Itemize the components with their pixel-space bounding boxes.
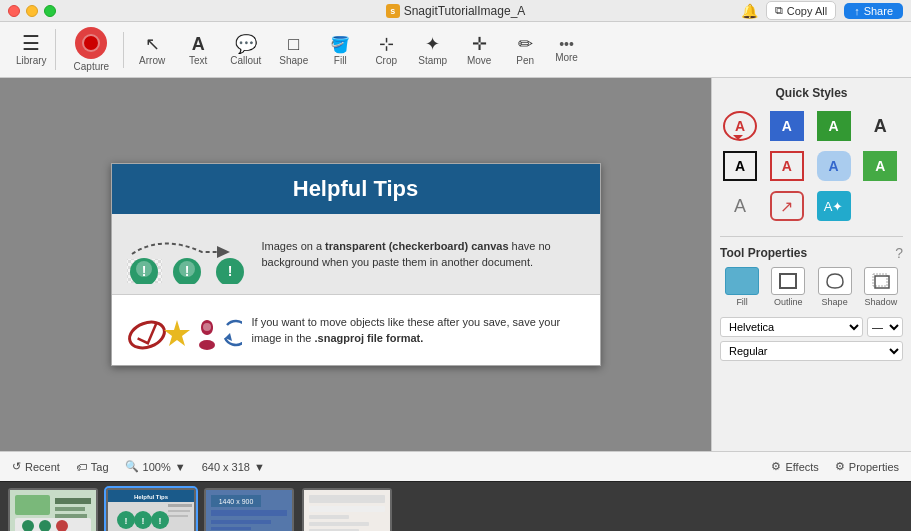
- canvas-area[interactable]: Helpful Tips: [0, 78, 711, 451]
- tips-top-section: ! ! !: [112, 214, 600, 294]
- svg-text:!: !: [125, 516, 128, 526]
- tab-fill[interactable]: Fill: [720, 265, 764, 309]
- quick-style-11[interactable]: A✦: [814, 188, 854, 224]
- window-title: s SnagitTutorialImage_A: [386, 4, 526, 18]
- svg-text:Helpful Tips: Helpful Tips: [134, 494, 169, 500]
- quick-style-9[interactable]: A: [720, 188, 760, 224]
- qs-red-border-icon: A: [770, 151, 804, 181]
- recent-button[interactable]: ↺ Recent: [12, 460, 60, 473]
- thumb1-content: [8, 488, 98, 531]
- help-icon[interactable]: ?: [895, 245, 903, 261]
- tips-icons-group: ! ! !: [122, 224, 252, 284]
- pen-tool-button[interactable]: Pen: [503, 29, 547, 70]
- font-row: Helvetica —: [712, 315, 911, 339]
- notification-icon[interactable]: 🔔: [741, 3, 758, 19]
- fill-svg: [732, 272, 752, 290]
- quick-style-3[interactable]: A: [814, 108, 854, 144]
- fill-tab-icon: [725, 267, 759, 295]
- copy-all-button[interactable]: ⧉ Copy All: [766, 1, 836, 20]
- canvas-content: Helpful Tips: [111, 163, 601, 366]
- font-style-select[interactable]: Regular: [720, 341, 903, 361]
- thumb4-svg: [304, 490, 390, 531]
- tab-shape[interactable]: Shape: [813, 265, 857, 309]
- callout-icon: [235, 33, 257, 53]
- arrow-tool-button[interactable]: Arrow: [130, 29, 174, 70]
- crop-tool-button[interactable]: Crop: [364, 29, 408, 70]
- capture-button[interactable]: Capture: [66, 23, 118, 76]
- thumb4-content: [302, 488, 392, 531]
- move-tool-button[interactable]: Move: [457, 29, 501, 70]
- maximize-button[interactable]: [44, 5, 56, 17]
- thumb3-content: 1440 x 900 png: [204, 488, 294, 531]
- text-tool-button[interactable]: Text: [176, 29, 220, 70]
- tips-icons: ! ! !: [122, 224, 252, 284]
- stamp-icon: [425, 33, 440, 53]
- svg-text:!: !: [159, 516, 162, 526]
- capture-icon: [75, 27, 107, 59]
- svg-rect-52: [309, 495, 385, 503]
- svg-rect-25: [55, 498, 91, 504]
- tag-icon: 🏷: [76, 461, 87, 473]
- more-button[interactable]: ••• More: [549, 32, 584, 67]
- quick-style-10[interactable]: ↗: [767, 188, 807, 224]
- copy-icon: ⧉: [775, 4, 783, 17]
- thumb2-content: Helpful Tips ! ! !: [106, 488, 196, 531]
- quick-style-6[interactable]: A: [767, 148, 807, 184]
- tips-svg: ! ! !: [122, 224, 252, 284]
- thumbnail-3[interactable]: 1440 x 900 png: [204, 488, 294, 531]
- close-button[interactable]: [8, 5, 20, 17]
- svg-rect-41: [168, 504, 192, 507]
- quick-style-8[interactable]: A: [860, 148, 900, 184]
- qs-green-bg-icon: A: [863, 151, 897, 181]
- svg-point-14: [125, 318, 167, 353]
- properties-button[interactable]: ⚙ Properties: [835, 460, 899, 473]
- svg-point-17: [203, 323, 211, 331]
- dimensions-display: 640 x 318 ▼: [202, 461, 265, 473]
- qs-black-border-icon: A: [723, 151, 757, 181]
- qs-green-box-icon: A: [817, 111, 851, 141]
- recent-icon: ↺: [12, 460, 21, 473]
- tab-outline[interactable]: Outline: [766, 265, 810, 309]
- stamp-tool-button[interactable]: Stamp: [410, 29, 455, 70]
- more-icon: •••: [559, 36, 574, 52]
- thumbnail-1[interactable]: [8, 488, 98, 531]
- thumb2-svg: Helpful Tips ! ! !: [108, 490, 194, 531]
- quick-style-2[interactable]: A: [767, 108, 807, 144]
- status-bar: ↺ Recent 🏷 Tag 🔍 100% ▼ 640 x 318 ▼ ⚙ Ef…: [0, 451, 911, 481]
- fill-tool-button[interactable]: Fill: [318, 29, 362, 70]
- crop-icon: [379, 33, 394, 53]
- zoom-control[interactable]: 🔍 100% ▼: [125, 460, 186, 473]
- quick-style-1[interactable]: A: [720, 108, 760, 144]
- title-bar: s SnagitTutorialImage_A 🔔 ⧉ Copy All ↑ S…: [0, 0, 911, 22]
- font-select[interactable]: Helvetica: [720, 317, 863, 337]
- quick-styles-grid: A A A A A A A: [720, 108, 903, 224]
- tag-button[interactable]: 🏷 Tag: [76, 461, 109, 473]
- title-bar-actions: 🔔 ⧉ Copy All ↑ Share: [741, 1, 903, 20]
- qs-plain-a-icon: A: [874, 116, 887, 137]
- font-size-select[interactable]: —: [867, 317, 903, 337]
- svg-text:1440 x 900: 1440 x 900: [219, 498, 254, 505]
- thumbnail-2[interactable]: Helpful Tips ! ! !: [106, 488, 196, 531]
- shape-tool-button[interactable]: Shape: [271, 29, 316, 70]
- share-button[interactable]: ↑ Share: [844, 3, 903, 19]
- svg-text:!: !: [227, 263, 232, 279]
- minimize-button[interactable]: [26, 5, 38, 17]
- svg-text:!: !: [184, 263, 189, 279]
- app-icon: s: [386, 4, 400, 18]
- svg-text:!: !: [142, 516, 145, 526]
- effects-button[interactable]: ⚙ Effects: [771, 460, 818, 473]
- qs-bubble-arrow-icon: ↗: [770, 191, 804, 221]
- quick-style-7[interactable]: A: [814, 148, 854, 184]
- svg-text:!: !: [141, 263, 146, 279]
- qs-bubble-red-icon: A: [723, 111, 757, 141]
- tab-shadow[interactable]: Shadow: [859, 265, 903, 309]
- callout-tool-button[interactable]: Callout: [222, 29, 269, 70]
- tool-properties-header: Tool Properties ?: [712, 241, 911, 265]
- outline-svg: [778, 272, 798, 290]
- library-button[interactable]: ☰ Library: [8, 29, 56, 70]
- quick-style-5[interactable]: A: [720, 148, 760, 184]
- svg-rect-19: [734, 274, 750, 288]
- quick-style-4[interactable]: A: [860, 108, 900, 144]
- font-style-row: Regular: [712, 339, 911, 363]
- thumbnail-4[interactable]: [302, 488, 392, 531]
